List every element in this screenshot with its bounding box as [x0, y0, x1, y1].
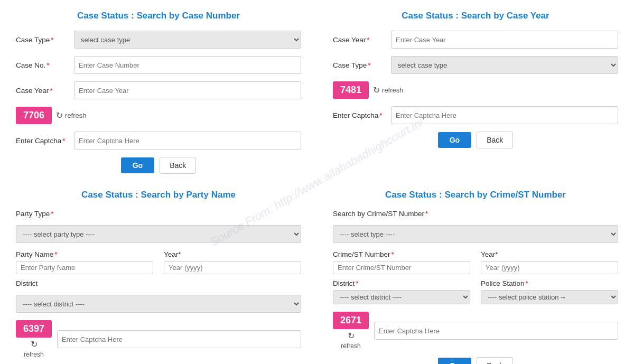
- captcha-label: Enter Captcha*: [16, 137, 74, 145]
- police-station-col: Police Station* ---- select police stati…: [481, 279, 618, 304]
- case-type2-select[interactable]: select case type: [391, 56, 618, 74]
- party-type-label: Party Type*: [16, 210, 74, 218]
- party-type-select[interactable]: ---- select party type ----: [16, 225, 301, 243]
- captcha4-input[interactable]: [374, 322, 618, 340]
- refresh2-button[interactable]: ↻ refresh: [373, 85, 403, 95]
- case-no-input[interactable]: [74, 56, 301, 74]
- crime-year-col: Year*: [481, 250, 618, 274]
- refresh-icon: ↻: [56, 110, 63, 120]
- refresh4-label: refresh: [341, 342, 360, 350]
- search-by-label: Search by Crime/ST Number*: [333, 210, 428, 218]
- section-case-year: Case Status : Search by Case Year Case Y…: [328, 11, 623, 174]
- captcha2-code-row: 7481 ↻ refresh: [333, 81, 618, 99]
- case-year-input[interactable]: [74, 81, 301, 99]
- action2-buttons: Go Back: [333, 132, 618, 148]
- back-button[interactable]: Back: [160, 157, 196, 174]
- action4-buttons: Go Back: [333, 357, 618, 364]
- police-station-select[interactable]: ---- select police station --: [481, 290, 618, 304]
- party-year-label: Year*: [164, 250, 301, 258]
- district-police-row: District* ---- select district ---- Poli…: [333, 279, 618, 304]
- crime-district-col: District* ---- select district ----: [333, 279, 470, 304]
- type-select[interactable]: ---- select type ----: [333, 225, 618, 243]
- case-year2-input[interactable]: [391, 31, 618, 49]
- crime-year-row: Crime/ST Number* Year*: [333, 250, 618, 274]
- captcha4-left: 2671 ↻ refresh: [333, 312, 369, 350]
- crime-number-input[interactable]: [333, 261, 470, 274]
- case-year-row: Case Year*: [16, 81, 301, 99]
- section-party-name: Case Status : Search by Party Name Party…: [11, 190, 306, 364]
- district-select[interactable]: ---- select district ----: [16, 295, 301, 313]
- search-by-label-row: Search by Crime/ST Number*: [333, 210, 618, 218]
- captcha3-left: 6397 ↻ refresh: [16, 320, 52, 358]
- crime-number-label: Crime/ST Number*: [333, 250, 470, 258]
- party-name-col: Party Name*: [16, 250, 153, 274]
- captcha-code-row: 7706 ↻ refresh: [16, 107, 301, 124]
- captcha2-value: 7481: [333, 81, 369, 99]
- crime-number-col: Crime/ST Number*: [333, 250, 470, 274]
- refresh2-label: refresh: [382, 86, 403, 94]
- refresh3-label: refresh: [24, 351, 43, 358]
- captcha2-label: Enter Captcha*: [333, 111, 391, 119]
- case-year-label: Case Year*: [16, 87, 74, 95]
- case-type2-row: Case Type* select case type: [333, 56, 618, 74]
- crime-year-input[interactable]: [481, 261, 618, 274]
- go2-button[interactable]: Go: [438, 132, 471, 148]
- case-type2-label: Case Type*: [333, 61, 391, 69]
- go4-button[interactable]: Go: [438, 358, 471, 364]
- page-container: Case Status : Search by Case Number Case…: [11, 11, 623, 364]
- party-type-select-row: ---- select party type ----: [16, 225, 301, 243]
- party-year-col: Year*: [164, 250, 301, 274]
- police-station-label: Police Station*: [481, 279, 618, 287]
- district-label-row: District: [16, 279, 301, 287]
- case-no-label: Case No.*: [16, 61, 74, 69]
- section-case-number: Case Status : Search by Case Number Case…: [11, 11, 306, 174]
- party-year-input[interactable]: [164, 261, 301, 274]
- type-select-row: ---- select type ----: [333, 225, 618, 243]
- captcha-value: 7706: [16, 107, 52, 124]
- crime-district-select[interactable]: ---- select district ----: [333, 290, 470, 304]
- captcha2-input-row: Enter Captcha*: [333, 106, 618, 124]
- section-case-number-title: Case Status : Search by Case Number: [16, 11, 301, 21]
- section-party-name-title: Case Status : Search by Party Name: [16, 190, 301, 200]
- case-year2-label: Case Year*: [333, 36, 391, 44]
- district-select-row: ---- select district ----: [16, 295, 301, 313]
- action-buttons: Go Back: [16, 157, 301, 174]
- captcha3-value: 6397: [16, 320, 52, 338]
- refresh4-icon: ↻: [348, 331, 355, 341]
- party-type-label-row: Party Type*: [16, 210, 301, 218]
- captcha-input[interactable]: [74, 132, 301, 150]
- refresh4-button[interactable]: ↻: [348, 331, 355, 341]
- refresh-button[interactable]: ↻ refresh: [56, 110, 86, 120]
- captcha2-input[interactable]: [391, 106, 618, 124]
- back2-button[interactable]: Back: [477, 132, 513, 148]
- district-label: District: [16, 279, 74, 287]
- case-year2-row: Case Year*: [333, 31, 618, 49]
- crime-year-label: Year*: [481, 250, 618, 258]
- refresh2-icon: ↻: [373, 85, 380, 95]
- section-crime-st-title: Case Status : Search by Crime/ST Number: [333, 190, 618, 200]
- party-name-input[interactable]: [16, 261, 153, 274]
- go-button[interactable]: Go: [121, 157, 154, 173]
- case-type-select[interactable]: select case type: [74, 31, 301, 49]
- party-name-year-row: Party Name* Year*: [16, 250, 301, 274]
- section-crime-st: Case Status : Search by Crime/ST Number …: [328, 190, 623, 364]
- refresh3-button[interactable]: ↻: [31, 339, 38, 349]
- case-type-row: Case Type* select case type: [16, 31, 301, 49]
- captcha4-row: 2671 ↻ refresh: [333, 312, 618, 350]
- captcha3-input[interactable]: [57, 330, 301, 348]
- refresh3-icon: ↻: [31, 339, 38, 349]
- party-name-label: Party Name*: [16, 250, 153, 258]
- captcha4-value: 2671: [333, 312, 369, 329]
- captcha-input-row: Enter Captcha*: [16, 132, 301, 150]
- section-case-year-title: Case Status : Search by Case Year: [333, 11, 618, 21]
- back4-button[interactable]: Back: [477, 357, 513, 364]
- case-type-label: Case Type*: [16, 36, 74, 44]
- crime-district-label: District*: [333, 279, 470, 287]
- case-no-row: Case No.*: [16, 56, 301, 74]
- captcha3-row: 6397 ↻ refresh: [16, 320, 301, 358]
- refresh-label: refresh: [65, 111, 86, 119]
